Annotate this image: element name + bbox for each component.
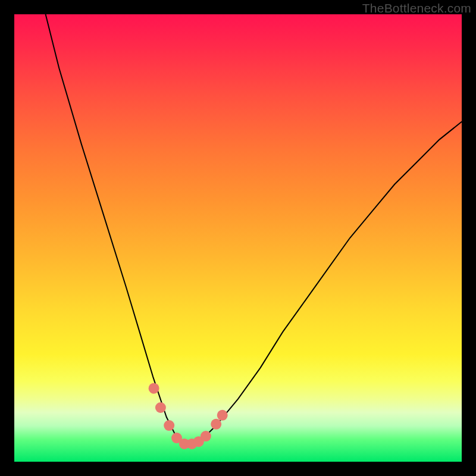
watermark-text: TheBottleneck.com (362, 1, 471, 15)
chart-area (14, 14, 462, 462)
curve-marker (149, 383, 159, 394)
bottleneck-curve (14, 14, 462, 462)
curve-marker (193, 436, 204, 447)
curve-marker (187, 439, 198, 449)
curve-marker (179, 439, 190, 449)
curve-marker (164, 420, 174, 431)
curve-marker (171, 433, 182, 443)
curve-marker (217, 410, 228, 421)
curve-marker (201, 431, 211, 441)
curve-marker (211, 419, 221, 430)
curve-marker (155, 402, 166, 413)
